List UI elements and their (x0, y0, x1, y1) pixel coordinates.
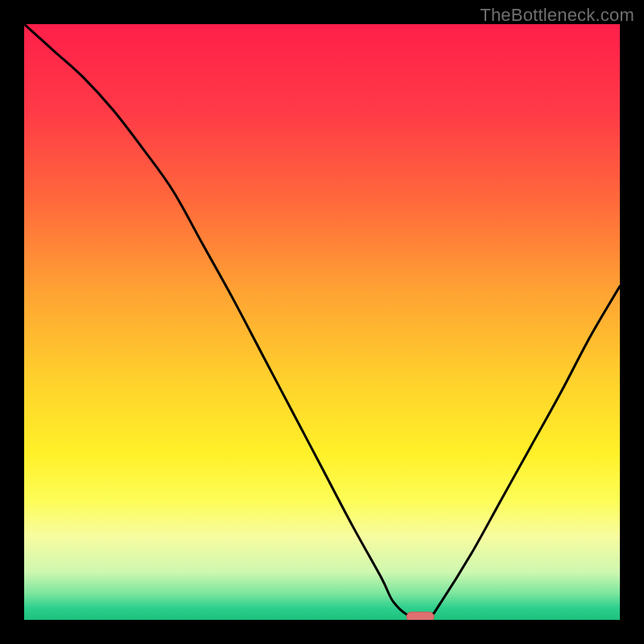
gradient-background (24, 24, 620, 620)
optimal-marker (407, 612, 434, 620)
watermark-text: TheBottleneck.com (480, 5, 634, 26)
chart-frame: TheBottleneck.com (0, 0, 644, 644)
plot-area (24, 24, 620, 620)
chart-svg (24, 24, 620, 620)
